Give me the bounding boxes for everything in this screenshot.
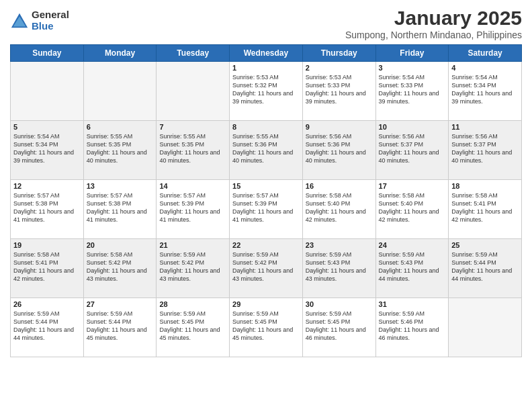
day-number: 3 bbox=[379, 64, 446, 72]
cell-info: Sunrise: 5:53 AM Sunset: 5:33 PM Dayligh… bbox=[306, 73, 373, 106]
cell-info: Sunrise: 5:57 AM Sunset: 5:38 PM Dayligh… bbox=[87, 191, 154, 224]
day-number: 23 bbox=[306, 241, 373, 249]
day-number: 17 bbox=[379, 182, 446, 190]
day-number: 20 bbox=[87, 241, 154, 249]
day-number: 9 bbox=[306, 123, 373, 131]
cell-info: Sunrise: 5:59 AM Sunset: 5:44 PM Dayligh… bbox=[87, 310, 154, 342]
day-number: 4 bbox=[451, 64, 519, 72]
day-number: 5 bbox=[13, 123, 81, 131]
cell-3-4: 15Sunrise: 5:57 AM Sunset: 5:39 PM Dayli… bbox=[230, 180, 303, 239]
cell-info: Sunrise: 5:54 AM Sunset: 5:34 PM Dayligh… bbox=[13, 132, 81, 165]
cell-info: Sunrise: 5:55 AM Sunset: 5:36 PM Dayligh… bbox=[232, 132, 300, 165]
cell-3-2: 13Sunrise: 5:57 AM Sunset: 5:38 PM Dayli… bbox=[83, 180, 157, 239]
cell-info: Sunrise: 5:57 AM Sunset: 5:39 PM Dayligh… bbox=[232, 191, 300, 224]
header-wednesday: Wednesday bbox=[230, 45, 303, 62]
week-row-3: 12Sunrise: 5:57 AM Sunset: 5:38 PM Dayli… bbox=[11, 180, 522, 239]
header-thursday: Thursday bbox=[302, 45, 375, 62]
title-section: January 2025 Sumpong, Northern Mindanao,… bbox=[345, 7, 522, 40]
day-number: 25 bbox=[451, 241, 519, 249]
day-number: 11 bbox=[451, 123, 519, 131]
calendar-title: January 2025 bbox=[345, 7, 522, 30]
cell-info: Sunrise: 5:59 AM Sunset: 5:45 PM Dayligh… bbox=[159, 310, 226, 342]
header-monday: Monday bbox=[83, 45, 157, 62]
calendar-table: SundayMondayTuesdayWednesdayThursdayFrid… bbox=[10, 44, 522, 357]
day-number: 31 bbox=[379, 300, 446, 308]
cell-2-4: 8Sunrise: 5:55 AM Sunset: 5:36 PM Daylig… bbox=[230, 121, 303, 180]
cell-info: Sunrise: 5:59 AM Sunset: 5:42 PM Dayligh… bbox=[159, 250, 226, 283]
day-number: 16 bbox=[306, 182, 373, 190]
cell-info: Sunrise: 5:55 AM Sunset: 5:35 PM Dayligh… bbox=[87, 132, 154, 165]
cell-1-7: 4Sunrise: 5:54 AM Sunset: 5:34 PM Daylig… bbox=[449, 62, 522, 121]
logo-blue: Blue bbox=[32, 21, 69, 32]
calendar-container: General Blue January 2025 Sumpong, North… bbox=[0, 0, 532, 411]
cell-4-7: 25Sunrise: 5:59 AM Sunset: 5:44 PM Dayli… bbox=[449, 239, 522, 298]
cell-info: Sunrise: 5:56 AM Sunset: 5:36 PM Dayligh… bbox=[306, 132, 373, 165]
cell-3-5: 16Sunrise: 5:58 AM Sunset: 5:40 PM Dayli… bbox=[302, 180, 375, 239]
cell-5-3: 28Sunrise: 5:59 AM Sunset: 5:45 PM Dayli… bbox=[157, 298, 230, 357]
header-sunday: Sunday bbox=[11, 45, 84, 62]
cell-5-2: 27Sunrise: 5:59 AM Sunset: 5:44 PM Dayli… bbox=[83, 298, 157, 357]
day-number: 13 bbox=[87, 182, 154, 190]
cell-5-6: 31Sunrise: 5:59 AM Sunset: 5:46 PM Dayli… bbox=[375, 298, 449, 357]
logo-general: General bbox=[32, 9, 69, 21]
day-number: 21 bbox=[159, 241, 226, 249]
cell-4-2: 20Sunrise: 5:58 AM Sunset: 5:42 PM Dayli… bbox=[83, 239, 157, 298]
day-number: 7 bbox=[159, 123, 226, 131]
cell-info: Sunrise: 5:58 AM Sunset: 5:40 PM Dayligh… bbox=[306, 191, 373, 224]
cell-2-1: 5Sunrise: 5:54 AM Sunset: 5:34 PM Daylig… bbox=[11, 121, 84, 180]
cell-info: Sunrise: 5:58 AM Sunset: 5:41 PM Dayligh… bbox=[451, 191, 519, 224]
cell-1-3 bbox=[157, 62, 230, 121]
week-row-4: 19Sunrise: 5:58 AM Sunset: 5:41 PM Dayli… bbox=[11, 239, 522, 298]
cell-1-2 bbox=[83, 62, 157, 121]
cell-info: Sunrise: 5:55 AM Sunset: 5:35 PM Dayligh… bbox=[159, 132, 226, 165]
header: General Blue January 2025 Sumpong, North… bbox=[10, 7, 522, 40]
cell-5-1: 26Sunrise: 5:59 AM Sunset: 5:44 PM Dayli… bbox=[11, 298, 84, 357]
day-number: 8 bbox=[232, 123, 300, 131]
day-number: 28 bbox=[159, 300, 226, 308]
cell-4-5: 23Sunrise: 5:59 AM Sunset: 5:43 PM Dayli… bbox=[302, 239, 375, 298]
cell-info: Sunrise: 5:56 AM Sunset: 5:37 PM Dayligh… bbox=[451, 132, 519, 165]
day-number: 19 bbox=[13, 241, 81, 249]
cell-info: Sunrise: 5:58 AM Sunset: 5:42 PM Dayligh… bbox=[87, 250, 154, 283]
cell-info: Sunrise: 5:59 AM Sunset: 5:45 PM Dayligh… bbox=[232, 310, 300, 342]
cell-3-1: 12Sunrise: 5:57 AM Sunset: 5:38 PM Dayli… bbox=[11, 180, 84, 239]
logo: General Blue bbox=[10, 9, 69, 32]
cell-2-2: 6Sunrise: 5:55 AM Sunset: 5:35 PM Daylig… bbox=[83, 121, 157, 180]
cell-4-4: 22Sunrise: 5:59 AM Sunset: 5:42 PM Dayli… bbox=[230, 239, 303, 298]
header-friday: Friday bbox=[375, 45, 449, 62]
cell-info: Sunrise: 5:54 AM Sunset: 5:34 PM Dayligh… bbox=[451, 73, 519, 106]
cell-2-5: 9Sunrise: 5:56 AM Sunset: 5:36 PM Daylig… bbox=[302, 121, 375, 180]
cell-info: Sunrise: 5:58 AM Sunset: 5:40 PM Dayligh… bbox=[379, 191, 446, 224]
calendar-subtitle: Sumpong, Northern Mindanao, Philippines bbox=[345, 30, 522, 40]
day-number: 27 bbox=[87, 300, 154, 308]
day-number: 22 bbox=[232, 241, 300, 249]
cell-4-6: 24Sunrise: 5:59 AM Sunset: 5:43 PM Dayli… bbox=[375, 239, 449, 298]
cell-info: Sunrise: 5:56 AM Sunset: 5:37 PM Dayligh… bbox=[379, 132, 446, 165]
day-number: 15 bbox=[232, 182, 300, 190]
cell-1-1 bbox=[11, 62, 84, 121]
cell-info: Sunrise: 5:59 AM Sunset: 5:44 PM Dayligh… bbox=[13, 310, 81, 342]
cell-1-4: 1Sunrise: 5:53 AM Sunset: 5:32 PM Daylig… bbox=[230, 62, 303, 121]
day-number: 29 bbox=[232, 300, 300, 308]
logo-icon bbox=[10, 11, 29, 30]
day-number: 26 bbox=[13, 300, 81, 308]
cell-4-3: 21Sunrise: 5:59 AM Sunset: 5:42 PM Dayli… bbox=[157, 239, 230, 298]
cell-2-6: 10Sunrise: 5:56 AM Sunset: 5:37 PM Dayli… bbox=[375, 121, 449, 180]
day-number: 12 bbox=[13, 182, 81, 190]
cell-5-4: 29Sunrise: 5:59 AM Sunset: 5:45 PM Dayli… bbox=[230, 298, 303, 357]
cell-info: Sunrise: 5:59 AM Sunset: 5:42 PM Dayligh… bbox=[232, 250, 300, 283]
cell-info: Sunrise: 5:54 AM Sunset: 5:33 PM Dayligh… bbox=[379, 73, 446, 106]
cell-3-7: 18Sunrise: 5:58 AM Sunset: 5:41 PM Dayli… bbox=[449, 180, 522, 239]
cell-info: Sunrise: 5:58 AM Sunset: 5:41 PM Dayligh… bbox=[13, 250, 81, 283]
cell-info: Sunrise: 5:59 AM Sunset: 5:46 PM Dayligh… bbox=[379, 310, 446, 342]
cell-info: Sunrise: 5:59 AM Sunset: 5:43 PM Dayligh… bbox=[379, 250, 446, 283]
header-tuesday: Tuesday bbox=[157, 45, 230, 62]
cell-3-6: 17Sunrise: 5:58 AM Sunset: 5:40 PM Dayli… bbox=[375, 180, 449, 239]
cell-4-1: 19Sunrise: 5:58 AM Sunset: 5:41 PM Dayli… bbox=[11, 239, 84, 298]
header-row: SundayMondayTuesdayWednesdayThursdayFrid… bbox=[11, 45, 522, 62]
cell-info: Sunrise: 5:59 AM Sunset: 5:43 PM Dayligh… bbox=[306, 250, 373, 283]
cell-info: Sunrise: 5:59 AM Sunset: 5:45 PM Dayligh… bbox=[306, 310, 373, 342]
cell-5-5: 30Sunrise: 5:59 AM Sunset: 5:45 PM Dayli… bbox=[302, 298, 375, 357]
cell-1-6: 3Sunrise: 5:54 AM Sunset: 5:33 PM Daylig… bbox=[375, 62, 449, 121]
cell-1-5: 2Sunrise: 5:53 AM Sunset: 5:33 PM Daylig… bbox=[302, 62, 375, 121]
